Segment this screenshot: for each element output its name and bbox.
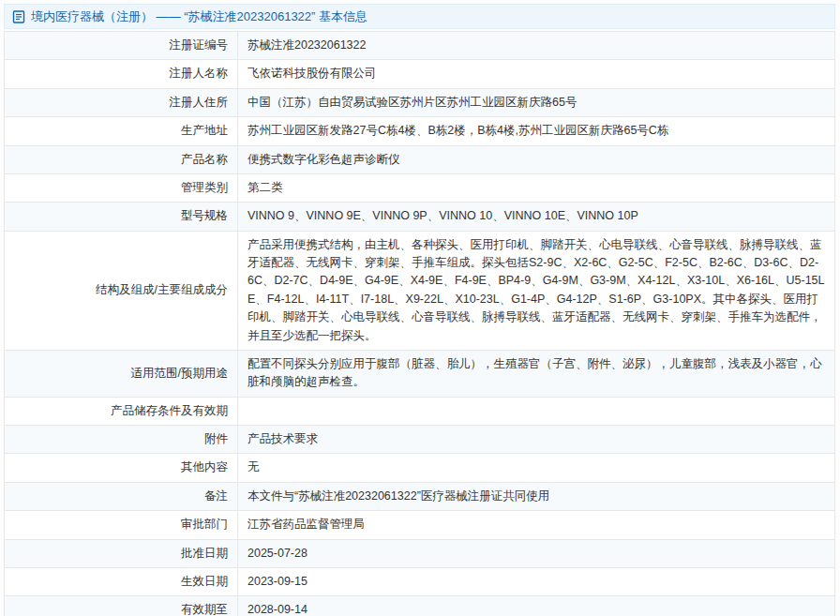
row-label: 产品储存条件及有效期 [5, 397, 238, 425]
row-label: 型号规格 [5, 203, 238, 231]
row-value: 苏械注准20232061322 [238, 32, 835, 60]
table-row: 生效日期 2023-09-15 [5, 567, 835, 595]
table-row: 管理类别 第二类 [5, 173, 835, 202]
table-row: 适用范围/预期用途 配置不同探头分别应用于腹部（脏器、胎儿），生殖器官（子宫、附… [5, 350, 835, 397]
page: 境内医疗器械（注册） —— “苏械注准20232061322” 基本信息 注册证… [0, 0, 840, 616]
row-value: 苏州工业园区新发路27号C栋4楼、B栋2楼，B栋4楼,苏州工业园区新庆路65号C… [238, 117, 835, 145]
row-label: 生效日期 [5, 567, 238, 595]
table-row: 审批部门 江苏省药品监督管理局 [5, 511, 835, 539]
row-value: 便携式数字化彩色超声诊断仪 [238, 145, 835, 173]
table-row: 产品储存条件及有效期 [5, 397, 835, 425]
row-label: 其他内容 [5, 454, 238, 482]
row-label: 附件 [5, 426, 238, 454]
row-value: 中国（江苏）自由贸易试验区苏州片区苏州工业园区新庆路65号 [238, 88, 835, 116]
row-label: 注册人住所 [5, 88, 238, 116]
row-value: 产品采用便携式结构，由主机、各种探头、医用打印机、脚踏开关、心电导联线、心音导联… [238, 231, 835, 350]
row-value: 配置不同探头分别应用于腹部（脏器、胎儿），生殖器官（子宫、附件、泌尿），儿童腹部… [238, 350, 835, 397]
row-value: 飞依诺科技股份有限公司 [238, 60, 835, 88]
page-title: 境内医疗器械（注册） —— “苏械注准20232061322” 基本信息 [31, 8, 368, 25]
table-row: 结构及组成/主要组成成分 产品采用便携式结构，由主机、各种探头、医用打印机、脚踏… [5, 231, 835, 350]
table-row: 型号规格 VINNO 9、VINNO 9E、VINNO 9P、VINNO 10、… [5, 203, 835, 231]
row-label: 注册证编号 [5, 32, 238, 60]
table-row: 其他内容 无 [5, 454, 835, 482]
row-label: 管理类别 [5, 173, 238, 202]
row-value: 第二类 [238, 173, 835, 202]
row-label: 有效期至 [5, 596, 238, 616]
table-row: 生产地址 苏州工业园区新发路27号C栋4楼、B栋2楼，B栋4楼,苏州工业园区新庆… [5, 117, 835, 145]
table-row: 附件 产品技术要求 [5, 426, 835, 454]
table-row: 批准日期 2025-07-28 [5, 539, 835, 567]
table-row: 备注 本文件与“苏械注准20232061322”医疗器械注册证共同使用 [5, 482, 835, 510]
row-label: 结构及组成/主要组成成分 [5, 231, 238, 350]
row-value [238, 397, 835, 425]
row-label: 生产地址 [5, 117, 238, 145]
row-value: 江苏省药品监督管理局 [238, 511, 835, 539]
page-title-bar: 境内医疗器械（注册） —— “苏械注准20232061322” 基本信息 [4, 4, 835, 29]
row-label: 适用范围/预期用途 [5, 350, 238, 397]
table-row: 注册证编号 苏械注准20232061322 [5, 32, 835, 60]
row-value: 2028-09-14 [238, 596, 835, 616]
table-row: 注册人名称 飞依诺科技股份有限公司 [5, 60, 835, 88]
table-row: 注册人住所 中国（江苏）自由贸易试验区苏州片区苏州工业园区新庆路65号 [5, 88, 835, 116]
row-value: 产品技术要求 [238, 426, 835, 454]
row-label: 审批部门 [5, 511, 238, 539]
row-value: 2025-07-28 [238, 539, 835, 567]
document-icon [12, 10, 25, 23]
registration-info-table: 注册证编号 苏械注准20232061322 注册人名称 飞依诺科技股份有限公司 … [4, 31, 835, 616]
row-label: 备注 [5, 482, 238, 510]
table-row: 产品名称 便携式数字化彩色超声诊断仪 [5, 145, 835, 173]
row-label: 产品名称 [5, 145, 238, 173]
row-value: 2023-09-15 [238, 567, 835, 595]
row-label: 注册人名称 [5, 60, 238, 88]
table-row: 有效期至 2028-09-14 [5, 596, 835, 616]
row-value: 无 [238, 454, 835, 482]
row-value: 本文件与“苏械注准20232061322”医疗器械注册证共同使用 [238, 482, 835, 510]
row-label: 批准日期 [5, 539, 238, 567]
row-value: VINNO 9、VINNO 9E、VINNO 9P、VINNO 10、VINNO… [238, 203, 835, 231]
